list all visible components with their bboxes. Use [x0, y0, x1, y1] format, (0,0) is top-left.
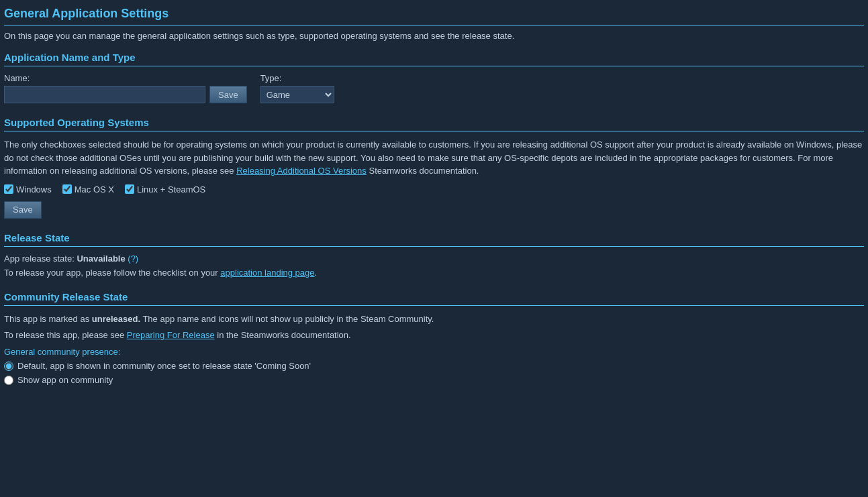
release-line-start: To release this app, please see	[4, 330, 127, 340]
name-label: Name:	[4, 73, 247, 83]
release-state-help[interactable]: (?)	[128, 254, 138, 264]
section-supported-os: Supported Operating Systems The only che…	[4, 117, 864, 219]
page-description: On this page you can manage the general …	[4, 31, 864, 41]
section-community-release-state: Community Release State This app is mark…	[4, 291, 864, 386]
section-title-supported-os: Supported Operating Systems	[4, 117, 864, 131]
section-title-community-release-state: Community Release State	[4, 291, 864, 306]
section-release-state: Release State App release state: Unavail…	[4, 232, 864, 278]
community-desc-line2: To release this app, please see Preparin…	[4, 329, 864, 343]
os-macosx-label: Mac OS X	[75, 184, 114, 195]
community-desc-line1: This app is marked as unreleased. The ap…	[4, 313, 864, 327]
name-form-group: Name: Save	[4, 73, 247, 103]
radio-default-label: Default, app is shown in community once …	[17, 361, 311, 371]
preparing-release-link[interactable]: Preparing For Release	[127, 330, 215, 340]
os-macosx-item[interactable]: Mac OS X	[62, 184, 114, 195]
os-linux-checkbox[interactable]	[125, 184, 134, 194]
type-select[interactable]: Game Application Tool Demo DLC	[260, 86, 334, 103]
page-title: General Application Settings	[4, 7, 864, 25]
radio-item-default[interactable]: Default, app is shown in community once …	[4, 361, 864, 371]
name-type-row: Name: Save Type: Game Application Tool D…	[4, 73, 864, 103]
community-desc-start: This app is marked as	[4, 314, 92, 324]
os-macosx-checkbox[interactable]	[62, 184, 72, 194]
os-windows-label: Windows	[16, 184, 52, 195]
community-radio-group: Default, app is shown in community once …	[4, 361, 864, 385]
os-save-button[interactable]: Save	[4, 201, 42, 219]
checklist-suffix: .	[315, 268, 318, 278]
section-title-release-state: Release State	[4, 232, 864, 247]
checklist-prefix: To release your app, please follow the c…	[4, 268, 220, 278]
os-linux-label: Linux + SteamOS	[137, 184, 205, 195]
radio-item-show[interactable]: Show app on community	[4, 375, 864, 385]
radio-default[interactable]	[4, 362, 13, 371]
os-desc-suffix: Steamworks documentation.	[367, 166, 479, 176]
type-form-group: Type: Game Application Tool Demo DLC	[260, 73, 334, 103]
os-linux-item[interactable]: Linux + SteamOS	[125, 184, 205, 195]
checklist-link[interactable]: application landing page	[220, 268, 314, 278]
community-desc-bold: unreleased.	[92, 314, 140, 324]
os-link[interactable]: Releasing Additional OS Versions	[236, 166, 367, 176]
section-title-app-name-type: Application Name and Type	[4, 52, 864, 66]
type-label: Type:	[260, 73, 334, 83]
name-input[interactable]	[4, 86, 205, 103]
radio-show-label: Show app on community	[17, 375, 113, 385]
release-line-end: in the Steamworks documentation.	[215, 330, 351, 340]
os-description: The only checkboxes selected should be f…	[4, 138, 864, 178]
name-save-button[interactable]: Save	[209, 86, 247, 103]
release-state-checklist: To release your app, please follow the c…	[4, 268, 864, 278]
community-presence-label: General community presence:	[4, 347, 864, 357]
os-windows-checkbox[interactable]	[4, 184, 13, 194]
name-input-group: Save	[4, 86, 247, 103]
radio-show[interactable]	[4, 376, 13, 385]
release-state-status: App release state: Unavailable (?)	[4, 254, 864, 264]
os-checkbox-row: Windows Mac OS X Linux + SteamOS	[4, 184, 864, 195]
release-state-value: Unavailable	[77, 254, 125, 264]
section-app-name-type: Application Name and Type Name: Save Typ…	[4, 52, 864, 103]
page-container: General Application Settings On this pag…	[0, 0, 868, 405]
release-state-prefix: App release state:	[4, 254, 77, 264]
community-desc-end: The app name and icons will not show up …	[140, 314, 434, 324]
os-windows-item[interactable]: Windows	[4, 184, 52, 195]
